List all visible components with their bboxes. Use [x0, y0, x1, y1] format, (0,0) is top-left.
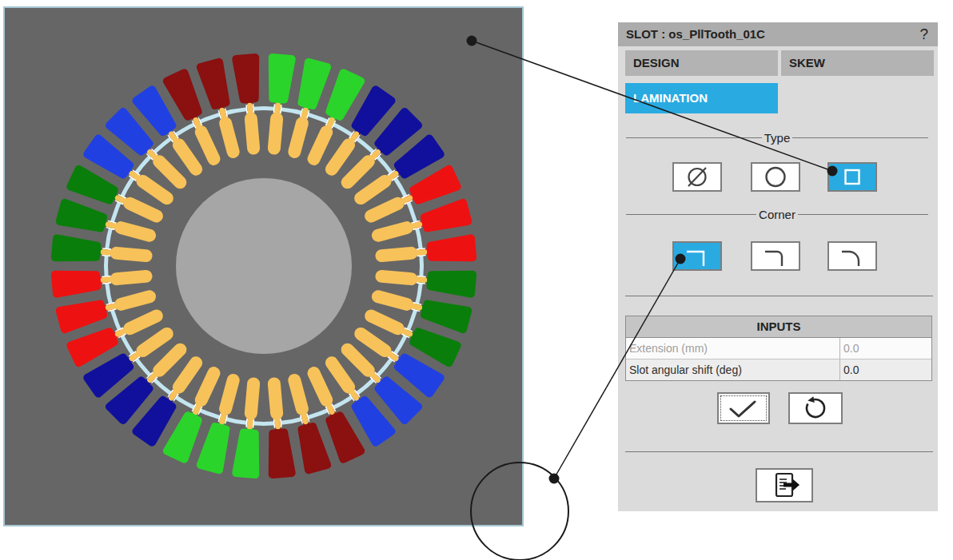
- coil-slot-neck: [168, 130, 180, 144]
- slot-opening-tick: [146, 371, 158, 383]
- slot-type-circular-button[interactable]: [751, 162, 800, 192]
- outer-slot-stem: [413, 304, 428, 312]
- outer-slot-stem: [99, 220, 114, 228]
- coil-slot-body: [305, 124, 335, 168]
- coil-slot-neck: [100, 276, 114, 283]
- export-button[interactable]: [756, 468, 813, 502]
- coil-slot-neck: [325, 117, 336, 130]
- slot-group: [361, 169, 457, 228]
- apply-button[interactable]: [717, 392, 770, 424]
- slot-group: [167, 363, 225, 459]
- outer-winding-slot: [201, 62, 229, 106]
- reset-button[interactable]: [788, 392, 843, 424]
- outer-winding-slot: [430, 238, 473, 260]
- corner-group-rule: Corner: [626, 206, 928, 222]
- slot-group: [110, 112, 192, 194]
- outer-slot-stem: [389, 352, 405, 365]
- outer-winding-slot: [376, 112, 418, 154]
- tab-skew[interactable]: SKEW: [781, 50, 934, 76]
- coil-slot-neck: [146, 149, 159, 161]
- outer-winding-slot: [298, 62, 327, 106]
- corner-small-fillet-button[interactable]: [751, 241, 800, 271]
- coil-slot-neck: [105, 221, 118, 230]
- outer-winding-slot: [236, 58, 258, 100]
- outer-winding-slot: [424, 300, 468, 329]
- coil-slot-body: [244, 112, 261, 155]
- slot-opening-tick: [192, 403, 203, 415]
- outer-winding-slot: [167, 414, 201, 459]
- outer-slot-stem: [246, 97, 253, 113]
- slot-properties-panel: SLOT : os_PllTooth_01C ? DESIGN SKEW LAM…: [618, 22, 938, 511]
- outer-slot-stem: [123, 352, 138, 365]
- slot-group: [374, 238, 473, 265]
- outer-slot-stem: [95, 276, 110, 284]
- outer-winding-slot: [55, 271, 98, 293]
- coil-slot-body: [363, 308, 407, 337]
- slot-opening-tick: [106, 302, 117, 312]
- input-row-slot-angular-shift: Slot angular shift (deg) 0.0: [626, 359, 931, 380]
- coil-slot-body: [134, 173, 176, 208]
- coil-slot-body: [375, 269, 418, 286]
- corner-sharp-button[interactable]: [672, 241, 722, 271]
- slot-type-square-button[interactable]: [827, 162, 877, 192]
- subtab-lamination[interactable]: LAMINATION: [625, 83, 778, 113]
- coil-slot-neck: [349, 130, 361, 144]
- slot-opening-tick: [401, 328, 413, 339]
- coil-slot-neck: [400, 194, 413, 205]
- slot-group: [70, 169, 166, 228]
- undo-rotate-icon: [790, 394, 841, 423]
- outer-winding-slot: [430, 271, 473, 293]
- coil-slot-neck: [386, 351, 400, 363]
- separator: [625, 451, 933, 452]
- coil-slot-body: [338, 153, 377, 192]
- extension-value-field: 0.0: [840, 338, 931, 359]
- outer-slot-stem: [165, 125, 177, 141]
- outer-slot-stem: [327, 111, 338, 126]
- slot-opening-tick: [218, 413, 229, 423]
- outer-slot-stem: [350, 391, 363, 407]
- slot-group: [60, 203, 158, 246]
- help-icon[interactable]: ?: [919, 22, 928, 46]
- outer-slot-stem: [403, 192, 418, 203]
- outer-slot-stem: [189, 405, 201, 420]
- bore-ring: [106, 109, 422, 424]
- slot-opening-tick: [245, 104, 254, 113]
- outer-winding-slot: [55, 238, 98, 260]
- coil-slot-neck: [192, 402, 202, 415]
- coil-slot-body: [370, 289, 414, 312]
- slot-opening-tick: [349, 131, 361, 143]
- outer-slot-stem: [274, 97, 281, 113]
- slot-opening-tick: [417, 248, 426, 256]
- no-slot-icon: [674, 164, 720, 190]
- slot-type-none-button[interactable]: [672, 162, 722, 192]
- coil-slot-neck: [247, 416, 253, 430]
- outer-winding-slot: [326, 414, 361, 459]
- outer-slot-stem: [109, 329, 124, 340]
- slot-opening-tick: [369, 149, 381, 161]
- slot-group: [320, 89, 391, 180]
- outer-slot-stem: [350, 125, 363, 141]
- coil-slot-neck: [192, 117, 202, 130]
- slot-group: [136, 352, 207, 443]
- coil-slot-body: [323, 354, 358, 396]
- corner-round-fillet-button[interactable]: [827, 241, 877, 271]
- inputs-header: INPUTS: [626, 316, 931, 338]
- outer-slot-stem: [372, 145, 386, 159]
- slot-opening-tick: [387, 351, 399, 363]
- slot-group: [167, 73, 225, 169]
- outer-slot-stem: [217, 415, 226, 430]
- coil-slot-neck: [105, 303, 118, 312]
- coil-slot-body: [110, 269, 153, 286]
- outer-winding-slot: [269, 58, 291, 100]
- slot-angular-shift-value-field[interactable]: 0.0: [840, 359, 931, 380]
- coil-slot-neck: [400, 328, 413, 338]
- coil-slot-body: [150, 340, 189, 379]
- separator: [625, 296, 933, 296]
- coil-slot-body: [305, 365, 335, 409]
- slot-group: [369, 203, 468, 246]
- tab-design[interactable]: DESIGN: [625, 50, 778, 76]
- outer-winding-slot: [412, 328, 457, 363]
- coil-slot-neck: [414, 249, 428, 256]
- inputs-table: INPUTS Extension (mm) 0.0 Slot angular s…: [625, 316, 932, 381]
- outer-winding-slot: [326, 73, 361, 117]
